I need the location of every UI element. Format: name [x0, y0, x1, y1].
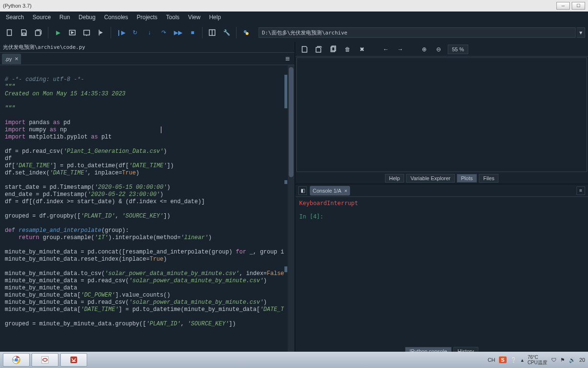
tab-plots[interactable]: Plots: [457, 174, 477, 183]
copy-plot-icon[interactable]: [328, 44, 339, 55]
maximize-button[interactable]: ☐: [572, 2, 585, 10]
delete-all-plots-icon[interactable]: ✖: [357, 44, 367, 55]
text-cursor: [161, 126, 161, 133]
debug-step-over-icon[interactable]: ↷: [157, 26, 170, 39]
svg-rect-0: [7, 30, 11, 35]
window-title: (Python 3.7): [3, 3, 32, 9]
ipython-console[interactable]: KeyboardInterrupt In [4]:: [295, 197, 588, 346]
tray-flag-icon[interactable]: ⚑: [560, 357, 565, 363]
python-path-icon[interactable]: [239, 26, 253, 39]
save-all-icon[interactable]: [32, 26, 45, 39]
close-icon[interactable]: ×: [15, 55, 19, 62]
menu-view[interactable]: View: [184, 13, 204, 22]
svg-rect-3: [84, 30, 90, 35]
svg-rect-1: [23, 33, 25, 35]
zoom-out-icon[interactable]: ⊖: [433, 44, 444, 55]
run-selection-icon[interactable]: [94, 26, 108, 39]
system-tray: CH S ❔ ▴ 76°C CPU温度 🛡 ⚑ 🔊 20: [487, 355, 585, 365]
layout-icon[interactable]: [205, 26, 219, 39]
save-icon[interactable]: [17, 26, 31, 39]
windows-taskbar: CH S ❔ ▴ 76°C CPU温度 🛡 ⚑ 🔊 20: [0, 352, 588, 368]
editor-scrollbar[interactable]: [288, 65, 294, 356]
hamburger-icon[interactable]: ≡: [283, 55, 293, 63]
run-cell-icon[interactable]: [66, 26, 79, 39]
svg-point-6: [246, 32, 249, 35]
tab-help[interactable]: Help: [385, 174, 405, 183]
menubar: Search Source Run Debug Consoles Project…: [0, 12, 588, 23]
tray-chevron-icon[interactable]: ▴: [521, 357, 524, 363]
main-toolbar: ▶ ❙▶ ↻ ↓ ↷ ▶▶ ■ 🔧 ▾: [0, 23, 588, 42]
debug-step-into-icon[interactable]: ↓: [143, 26, 156, 39]
menu-help[interactable]: Help: [205, 13, 225, 22]
tray-ime[interactable]: CH: [487, 357, 495, 363]
plots-canvas: [296, 58, 587, 172]
debug-step-icon[interactable]: ↻: [128, 26, 142, 39]
taskbar-app-icon[interactable]: [60, 353, 87, 367]
working-dir-dropdown-icon[interactable]: ▾: [577, 27, 585, 38]
console-tabs-row: ◧ Console 1/A × ≡: [295, 184, 588, 197]
close-icon[interactable]: ×: [344, 188, 347, 194]
taskbar-chrome-icon[interactable]: [3, 353, 30, 367]
tab-variable-explorer[interactable]: Variable Explorer: [406, 174, 455, 183]
debug-continue-icon[interactable]: ▶▶: [171, 26, 185, 39]
console-tab[interactable]: Console 1/A ×: [310, 186, 350, 196]
save-plot-icon[interactable]: [299, 44, 310, 55]
tray-time[interactable]: 20: [579, 357, 585, 363]
menu-search[interactable]: Search: [2, 13, 28, 22]
prev-plot-icon[interactable]: ←: [381, 44, 391, 55]
code-editor[interactable]: # -*- coding: utf-8 -*- """ Created on M…: [0, 65, 284, 356]
tray-shield-icon[interactable]: 🛡: [551, 357, 556, 363]
menu-run[interactable]: Run: [56, 13, 74, 22]
svg-rect-12: [70, 356, 77, 363]
editor-tab[interactable]: .py ×: [2, 54, 21, 64]
tab-label: .py: [5, 56, 12, 62]
window-controls: ─ ☐: [556, 2, 585, 10]
console-tab-label: Console 1/A: [313, 188, 341, 194]
zoom-level[interactable]: 55 %: [448, 45, 468, 54]
tab-files[interactable]: Files: [479, 174, 498, 183]
new-file-icon[interactable]: [3, 26, 16, 39]
tray-help-icon[interactable]: ❔: [510, 357, 517, 363]
working-dir-input[interactable]: [259, 27, 576, 38]
taskbar-spyder-icon[interactable]: [32, 353, 58, 367]
delete-plot-icon[interactable]: 🗑: [342, 44, 353, 55]
menu-debug[interactable]: Debug: [75, 13, 99, 22]
plots-toolbar: 🗑 ✖ ← → ⊕ ⊖ 55 %: [295, 42, 588, 57]
tray-volume-icon[interactable]: 🔊: [569, 357, 576, 363]
console-options-icon[interactable]: ≡: [577, 186, 585, 195]
next-plot-icon[interactable]: →: [395, 44, 406, 55]
menu-source[interactable]: Source: [29, 13, 55, 22]
editor-panel: 光伏发电预测\archive\code.py .py × ≡ # -*- cod…: [0, 42, 295, 356]
run-file-icon[interactable]: ▶: [51, 26, 65, 39]
console-popout-icon[interactable]: ◧: [298, 186, 307, 195]
right-panel: 🗑 ✖ ← → ⊕ ⊖ 55 % Help Variable Explorer …: [295, 42, 588, 356]
console-prompt: In [4]:: [299, 213, 324, 220]
run-cell-advance-icon[interactable]: [80, 26, 93, 39]
preferences-icon[interactable]: 🔧: [220, 26, 233, 39]
right-pane-tabs: Help Variable Explorer Plots Files: [295, 173, 588, 184]
tray-cpu-temp[interactable]: 76°C CPU温度: [528, 355, 547, 365]
window-titlebar: (Python 3.7) ─ ☐: [0, 0, 588, 12]
menu-consoles[interactable]: Consoles: [100, 13, 132, 22]
console-error-text: KeyboardInterrupt: [299, 200, 584, 207]
menu-projects[interactable]: Projects: [133, 13, 161, 22]
breadcrumb: 光伏发电预测\archive\code.py: [0, 42, 294, 53]
svg-point-10: [15, 358, 18, 362]
debug-play-icon[interactable]: ❙▶: [114, 26, 127, 39]
save-all-plots-icon[interactable]: [314, 44, 324, 55]
debug-stop-icon[interactable]: ■: [186, 26, 199, 39]
menu-tools[interactable]: Tools: [162, 13, 183, 22]
zoom-in-icon[interactable]: ⊕: [419, 44, 430, 55]
editor-tabs: .py × ≡: [0, 53, 294, 65]
minimize-button[interactable]: ─: [556, 2, 570, 10]
outline-strip[interactable]: [284, 65, 288, 356]
tray-sogou-icon[interactable]: S: [499, 356, 506, 363]
